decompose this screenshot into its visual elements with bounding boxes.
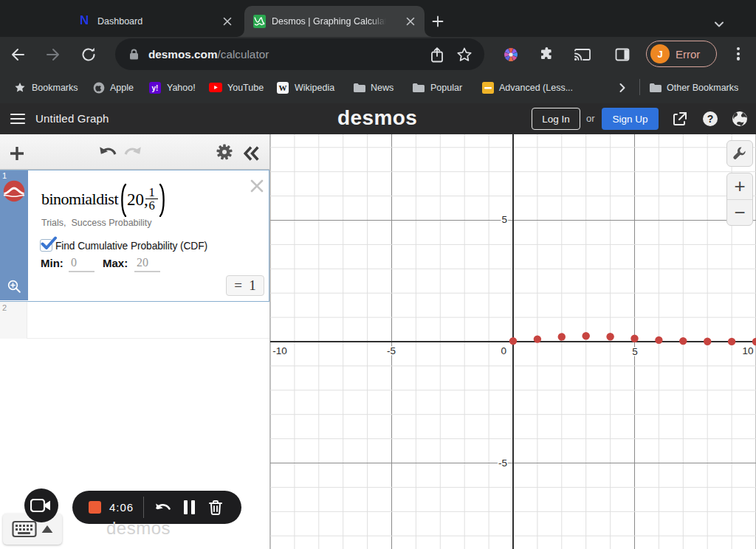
svg-text:0: 0 <box>501 345 506 356</box>
svg-text:N: N <box>80 13 89 27</box>
svg-text:5: 5 <box>501 214 507 225</box>
svg-text:?: ? <box>707 113 714 125</box>
svg-text:W: W <box>279 83 287 92</box>
svg-text:-5: -5 <box>387 345 396 356</box>
svg-text:y!: y! <box>152 84 159 92</box>
svg-text:-5: -5 <box>498 458 507 469</box>
svg-text:10: 10 <box>742 345 753 356</box>
svg-text:-10: -10 <box>272 345 287 356</box>
svg-text:5: 5 <box>632 346 638 357</box>
